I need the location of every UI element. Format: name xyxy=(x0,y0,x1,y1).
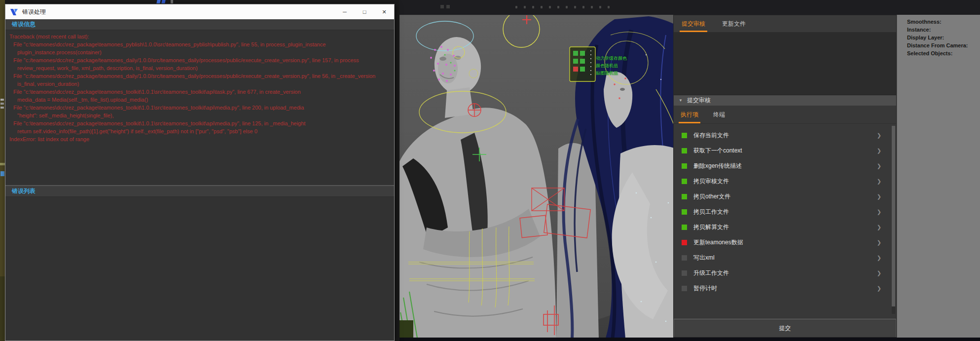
traceback-line: Traceback (most recent call last): xyxy=(7,33,390,40)
traceback-line: plugin_instance.process(container) xyxy=(7,48,390,56)
traceback-line: return self.video_info(file_path)[1].get… xyxy=(7,127,390,135)
chevron-right-icon: ❯ xyxy=(877,178,881,185)
attribute-label: Display Layer: xyxy=(907,34,980,41)
chevron-right-icon: ❯ xyxy=(877,285,881,292)
viewport-info-card xyxy=(570,47,595,81)
checklist-item[interactable]: 保存当前文件 ❯ xyxy=(674,128,896,143)
checklist-item-label: 写出xml xyxy=(693,254,877,262)
traceback-line: File "c:\teamones\dcc\rez_package\teamon… xyxy=(7,40,390,48)
maya-top-bar xyxy=(399,0,980,15)
dialog-title: 错误处理 xyxy=(22,8,46,16)
inner-tab-bar: 执行项 终端 xyxy=(674,106,896,124)
traceback-area[interactable]: Traceback (most recent call last):File "… xyxy=(5,30,394,185)
traceback-line: File "c:\teamones\dcc\rez_package\teamon… xyxy=(7,104,390,112)
minimize-button[interactable]: ─ xyxy=(335,4,355,19)
traceback-line: File "c:/teamones/dcc/rez_package/teamon… xyxy=(7,56,390,64)
checklist-scrollbar[interactable] xyxy=(892,126,895,314)
scrollbar-thumb[interactable] xyxy=(892,126,895,306)
chevron-right-icon: ❯ xyxy=(877,239,881,246)
attribute-label: Instance: xyxy=(907,26,980,34)
traceback-line: IndexError: list index out of range xyxy=(7,135,390,143)
chevron-right-icon: ❯ xyxy=(877,148,881,154)
app-logo-icon xyxy=(10,8,18,16)
status-icon xyxy=(682,270,687,276)
maximize-button[interactable]: □ xyxy=(355,4,374,19)
panel-tab-bar: 提交审核 更新文件 xyxy=(674,15,896,33)
tab-submit-review[interactable]: 提交审核 xyxy=(680,15,707,32)
traceback-line: media_data = Media(self._tm, file_list).… xyxy=(7,96,390,104)
status-icon xyxy=(682,255,687,261)
close-button[interactable]: ✕ xyxy=(374,4,394,19)
checklist-item[interactable]: 删除xgen传统描述 ❯ xyxy=(674,158,896,174)
status-icon xyxy=(682,133,687,138)
status-icon xyxy=(682,225,687,230)
traceback-line: File "c:\teamones\dcc\rez_package\teamon… xyxy=(7,119,390,127)
checklist: 保存当前文件 ❯ 获取下一个context ❯ 删除xgen传统描述 ❯ xyxy=(674,124,896,319)
attribute-label: Smoothness: xyxy=(907,18,980,26)
checklist-item[interactable]: 暂停计时 ❯ xyxy=(674,281,896,296)
submit-panel: 提交审核 更新文件 ▼ 提交审核 执行项 终端 保存当前文件 ❯ xyxy=(673,15,897,338)
section-header[interactable]: ▼ 提交审核 xyxy=(674,95,896,106)
background-outliner-strip xyxy=(0,0,5,341)
checklist-item[interactable]: 升级工作文件 ❯ xyxy=(674,265,896,281)
checklist-item-label: 拷贝工作文件 xyxy=(693,208,877,216)
status-icon xyxy=(682,286,687,291)
viewport-annotations: 动力学缓存颜色颜色随机值贴图随机值 xyxy=(596,55,627,77)
tab-terminal[interactable]: 终端 xyxy=(711,106,727,123)
status-icon xyxy=(682,163,687,169)
checklist-item-label: 拷贝解算文件 xyxy=(693,223,877,231)
status-icon xyxy=(682,194,687,199)
error-list-header: 错误列表 xyxy=(5,186,394,197)
log-area xyxy=(674,33,896,95)
timeline-strip xyxy=(399,338,980,341)
checklist-item-label: 拷贝审核文件 xyxy=(693,177,877,186)
checklist-item[interactable]: 拷贝工作文件 ❯ xyxy=(674,204,896,220)
traceback-line: is_final, version_duration) xyxy=(7,80,390,88)
collapse-icon: ▼ xyxy=(679,98,683,103)
error-info-header: 错误信息 xyxy=(5,19,394,30)
checklist-item[interactable]: 更新teamones数据 ❯ xyxy=(674,235,896,250)
tab-update-file[interactable]: 更新文件 xyxy=(720,15,748,32)
checklist-item[interactable]: 拷贝审核文件 ❯ xyxy=(674,174,896,189)
chevron-right-icon: ❯ xyxy=(877,193,881,200)
checklist-item[interactable]: 拷贝解算文件 ❯ xyxy=(674,220,896,235)
chevron-right-icon: ❯ xyxy=(877,270,881,276)
status-icon xyxy=(682,148,687,153)
toolbar-fragment xyxy=(440,5,450,8)
checklist-item-label: 获取下一个context xyxy=(693,147,877,155)
checklist-item[interactable]: 获取下一个context ❯ xyxy=(674,143,896,158)
checklist-item-label: 升级工作文件 xyxy=(693,269,877,277)
status-icon xyxy=(682,240,687,245)
checklist-item[interactable]: 拷贝other文件 ❯ xyxy=(674,189,896,204)
checklist-item-label: 暂停计时 xyxy=(693,284,877,293)
chevron-right-icon: ❯ xyxy=(877,209,881,215)
chevron-right-icon: ❯ xyxy=(877,163,881,169)
chevron-right-icon: ❯ xyxy=(877,255,881,261)
checklist-item-label: 保存当前文件 xyxy=(693,131,877,140)
background-window-fragments xyxy=(157,0,179,3)
traceback-line: "height": self._media_height(single_file… xyxy=(7,112,390,119)
chevron-right-icon: ❯ xyxy=(877,132,881,139)
viewport-annotation: 动力学缓存颜色 xyxy=(596,55,627,62)
checklist-item-label: 删除xgen传统描述 xyxy=(693,162,877,170)
viewport-annotation: 颜色随机值 xyxy=(596,62,627,70)
attribute-panel: Smoothness:Instance:Display Layer:Distan… xyxy=(897,15,980,338)
viewport-annotation: 贴图随机值 xyxy=(596,70,627,77)
error-dialog: 错误处理 ─ □ ✕ 错误信息 Traceback (most recent c… xyxy=(5,4,395,341)
checklist-item[interactable]: 写出xml ❯ xyxy=(674,250,896,265)
window-controls: ─ □ ✕ xyxy=(335,4,394,19)
error-list-area[interactable] xyxy=(5,197,394,341)
dialog-titlebar[interactable]: 错误处理 ─ □ ✕ xyxy=(5,4,394,19)
traceback-line: File "c:\teamones\dcc\rez_package\teamon… xyxy=(7,88,390,96)
submit-button[interactable]: 提交 xyxy=(674,319,896,337)
shelf-dots xyxy=(515,6,610,8)
checklist-item-label: 更新teamones数据 xyxy=(693,238,877,247)
attribute-label: Selected Objects: xyxy=(907,49,980,57)
status-icon xyxy=(682,209,687,215)
attribute-label: Distance From Camera: xyxy=(907,41,980,49)
section-title: 提交审核 xyxy=(687,96,711,105)
traceback-line: File "c:/teamones/dcc/rez_package/teamon… xyxy=(7,72,390,80)
status-icon xyxy=(682,179,687,184)
screen: 动力学缓存颜色颜色随机值贴图随机值 Smoothness:Instance:Di… xyxy=(0,0,980,341)
tab-action-items[interactable]: 执行项 xyxy=(679,106,700,123)
